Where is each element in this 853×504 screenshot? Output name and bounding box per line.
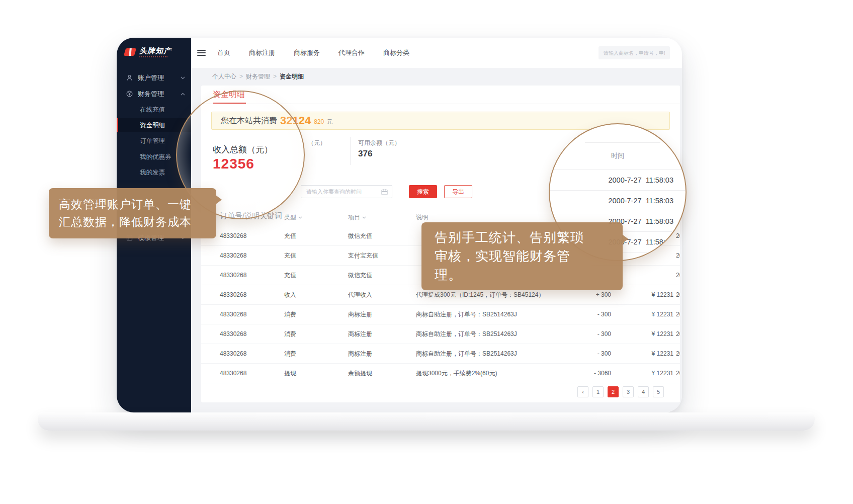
- cell-time: 2000-7-27 11:58:03: [676, 226, 680, 245]
- column-header-type[interactable]: 类型: [284, 213, 302, 222]
- cell-order: 48330268: [220, 344, 246, 363]
- cell-project: 支付宝充值: [348, 246, 378, 265]
- callout-arrow: [216, 195, 222, 204]
- sidebar-subitem-3[interactable]: 订单管理: [117, 134, 191, 148]
- tab-funds-detail[interactable]: 资金明细: [213, 90, 245, 100]
- lens-table-topline: [585, 142, 660, 143]
- stat-income-value: 12356: [213, 156, 254, 172]
- cell-order: 48330268: [220, 305, 246, 324]
- nav-item-2[interactable]: 商标注册: [249, 48, 275, 57]
- table-row: 48330268消费商标注册商标自助注册，订单号：SB2514263J- 300…: [201, 324, 680, 344]
- tab-bar: 资金明细: [201, 86, 680, 104]
- breadcrumb-separator: >: [273, 73, 277, 80]
- breadcrumb-item: 资金明细: [280, 73, 304, 80]
- top-nav: 首页商标注册商标服务代理合作商标分类: [217, 38, 409, 68]
- cell-balance: ¥ 12231: [652, 285, 673, 304]
- cell-type: 充值: [284, 226, 296, 245]
- notice-amount: 32124: [280, 114, 311, 127]
- cell-project: 代理收入: [348, 285, 372, 304]
- cell-order: 48330268: [220, 246, 246, 265]
- breadcrumb-item[interactable]: 个人中心: [212, 73, 236, 80]
- lens-time-header: 时间: [550, 151, 686, 160]
- brand-tagline: [139, 56, 167, 57]
- cell-desc: 提现3000元，手续费2%(60元): [416, 364, 497, 383]
- brand-logo-icon: [124, 48, 136, 56]
- notice-unit: 元: [326, 118, 332, 126]
- callout-line: 告别手工统计、告别繁琐: [435, 228, 610, 247]
- cell-type: 充值: [284, 266, 296, 285]
- nav-item-3[interactable]: 商标服务: [294, 48, 320, 57]
- top-header: 首页商标注册商标服务代理合作商标分类: [191, 38, 682, 68]
- notice-amount-fragment: 820: [314, 118, 324, 125]
- chevron-down-icon: [181, 76, 185, 79]
- nav-item-5[interactable]: 商标分类: [383, 48, 409, 57]
- cell-time: 2000-7-27 11:58:03: [676, 285, 680, 304]
- nav-item-1[interactable]: 首页: [217, 48, 230, 57]
- cell-time: 2000-7-27 11:58:03: [676, 324, 680, 344]
- sidebar-subitem-2[interactable]: 资金明细: [117, 118, 191, 132]
- cell-amount: - 300: [598, 324, 611, 344]
- chevron-up-icon: [181, 93, 185, 96]
- cell-amount: - 3060: [594, 364, 611, 383]
- cell-order: 48330268: [220, 285, 246, 304]
- callout-line: 理。: [435, 266, 610, 284]
- cell-project: 余额提现: [348, 364, 372, 383]
- pagination-page-1[interactable]: 1: [592, 386, 604, 397]
- cell-balance: ¥ 12231: [652, 324, 673, 344]
- pagination-page-5[interactable]: 5: [653, 386, 664, 397]
- column-header-project[interactable]: 项目: [348, 213, 366, 222]
- pagination-prev-button[interactable]: ‹: [577, 386, 588, 397]
- stat-balance-value: 376: [358, 149, 372, 159]
- sidebar-item-account[interactable]: 账户管理: [117, 70, 191, 86]
- cell-type: 消费: [284, 344, 296, 363]
- date-input[interactable]: [301, 186, 382, 198]
- pagination: ‹12345: [577, 386, 664, 397]
- cell-desc: 商标自助注册，订单号：SB2514263J: [416, 324, 517, 344]
- sort-caret-icon: [298, 216, 302, 219]
- cell-amount: - 300: [598, 344, 611, 363]
- user-icon: [126, 74, 133, 81]
- cell-type: 收入: [284, 285, 296, 304]
- sidebar-item-finance[interactable]: 财务管理: [117, 86, 191, 102]
- column-header-order: 订单号/说明关键词: [220, 211, 282, 221]
- pagination-page-4[interactable]: 4: [638, 386, 649, 397]
- cell-project: 微信充值: [348, 226, 372, 245]
- search-input[interactable]: [599, 46, 670, 59]
- export-button[interactable]: 导出: [444, 185, 472, 198]
- brand: 头牌知产: [125, 47, 172, 57]
- sidebar-item-label: 账户管理: [138, 73, 164, 82]
- table-row: 48330268提现余额提现提现3000元，手续费2%(60元)- 3060¥ …: [201, 364, 680, 383]
- cell-time: 2000-7-27 11:58:03: [676, 305, 680, 324]
- calendar-icon[interactable]: [381, 189, 388, 195]
- sidebar-subitem-1[interactable]: 在线充值: [117, 103, 191, 117]
- cell-order: 48330268: [220, 324, 246, 344]
- nav-item-4[interactable]: 代理合作: [338, 48, 365, 57]
- column-header-desc: 说明: [416, 213, 428, 222]
- pagination-page-3[interactable]: 3: [623, 386, 634, 397]
- sidebar-subitem-4[interactable]: 我的优惠券: [117, 150, 191, 164]
- search-button[interactable]: 搜索: [409, 185, 437, 198]
- callout-line: 审核，实现智能财务管: [435, 247, 610, 266]
- callout-line: 汇总数据，降低财务成本: [59, 213, 206, 231]
- stat-middle-label: （元）: [308, 139, 326, 147]
- top-search: [599, 46, 670, 59]
- hamburger-icon[interactable]: [197, 50, 206, 57]
- cell-balance: ¥ 12231: [652, 344, 673, 363]
- breadcrumb: 个人中心>财务管理>资金明细: [212, 72, 304, 81]
- sidebar-subitem-5[interactable]: 我的发票: [117, 165, 191, 180]
- sidebar-item-label: 财务管理: [138, 90, 164, 99]
- cell-type: 消费: [284, 324, 296, 344]
- cell-project: 商标注册: [348, 324, 372, 344]
- date-filter: [301, 185, 392, 198]
- stat-balance-label: 可用余额（元）: [358, 139, 400, 147]
- sort-caret-icon: [362, 216, 366, 219]
- cell-balance: ¥ 12231: [652, 305, 673, 324]
- tab-active-underline: [213, 103, 246, 104]
- callout-line: 高效管理账户订单、一键: [59, 196, 206, 213]
- pagination-page-2[interactable]: 2: [608, 386, 619, 397]
- breadcrumb-item[interactable]: 财务管理: [246, 73, 270, 80]
- lens-time-row: 2000-7-27 11:58:03: [550, 170, 686, 190]
- cell-balance: ¥ 12231: [652, 364, 673, 383]
- cell-type: 充值: [284, 246, 296, 265]
- table-row: 48330268消费商标注册商标自助注册，订单号：SB2514263J- 300…: [201, 305, 680, 324]
